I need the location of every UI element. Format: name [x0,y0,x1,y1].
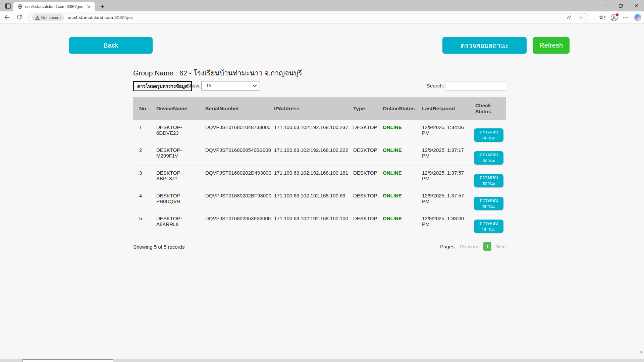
pages-label: Pages: [440,244,456,249]
table-row: 4 DESKTOP- PB0DQVH DQVPJST01680202BF9300… [133,188,506,211]
plus-icon [100,4,105,9]
browser-window: uso4.starcatcloud.com:8080/gns [0,0,644,362]
profile-avatar [610,14,618,21]
next-page-button[interactable]: Next [495,244,506,249]
cell-type: DESKTOP [353,193,383,198]
copilot-button[interactable] [633,13,642,22]
previous-page-button[interactable]: Previous [460,244,479,249]
cell-check-status: ตรวจสอบ สถานะ [475,216,506,233]
cell-check-status: ตรวจสอบ สถานะ [475,124,506,142]
show-entries-value: 15 [206,83,253,88]
cell-no: 1 [139,124,156,130]
cell-online-status: ONLINE [383,124,422,130]
show-entries-select[interactable]: 15 [201,81,260,90]
tab-close-button[interactable] [86,4,92,10]
horizontal-scrollbar-thumb[interactable] [22,359,113,362]
read-aloud-button[interactable]: A) [565,13,573,22]
browser-tab[interactable]: uso4.starcatcloud.com:8080/gns [13,2,95,11]
cell-no: 2 [139,147,156,153]
cell-ip-address: 171.100.63.102:192.168.100.181 [274,170,353,176]
security-badge[interactable]: Not secure [32,14,64,21]
header-ip-address: IPAddress [274,106,353,112]
cell-check-status: ตรวจสอบ สถานะ [475,170,506,187]
show-label: Show: [186,83,201,88]
settings-more-button[interactable] [622,13,630,22]
url-suffix: :8080/gns [113,15,133,20]
cell-type: DESKTOP [353,124,383,130]
browser-back-button[interactable] [2,12,12,22]
cell-ip-address: 171.100.63.102:192.168.100.69 [274,193,353,198]
window-close-button[interactable] [629,0,644,11]
cell-device-name: DESKTOP- M299F1V [156,147,205,159]
back-button[interactable]: Back [69,37,153,54]
cell-type: DESKTOP [353,170,383,176]
cell-serial-number: DQVPJST016801048733000 [205,124,274,130]
download-table-image-button[interactable]: ดาวโหลดรูปตารางข้อมูล [133,81,192,91]
cell-device-name: DESKTOP- PB0DQVH [156,193,205,204]
new-tab-button[interactable] [98,2,107,10]
page-title: Group Name : 62 - โรงเรียนบ้านท่ามะนาว จ… [133,67,302,78]
read-aloud-icon: A) [567,15,571,20]
cell-ip-address: 171.100.63.102:192.168.100.237 [274,124,353,130]
cell-no: 3 [139,170,156,176]
scroll-down-arrow-icon[interactable]: ▼ [640,351,643,354]
row-check-status-button[interactable]: ตรวจสอบ สถานะ [474,128,503,142]
chevron-down-icon [253,84,257,87]
minimize-icon [604,4,607,8]
ellipsis-icon [623,17,629,18]
favorite-this-page-button[interactable]: ☆ [577,13,585,22]
cell-no: 5 [139,216,156,221]
globe-icon [17,4,22,9]
warning-icon [35,16,40,20]
restore-button[interactable] [613,0,629,11]
tab-actions-menu-button[interactable] [3,3,12,9]
window-controls [598,0,644,11]
browser-refresh-button[interactable] [14,12,24,22]
address-bar[interactable]: Not secure uso4.starcatcloud.com:8080/gn… [28,13,588,22]
refresh-button[interactable]: Refresh [533,37,570,54]
tab-title: uso4.starcatcloud.com:8080/gns [25,4,86,9]
cell-type: DESKTOP [353,147,383,153]
close-icon [87,5,91,8]
search-input[interactable] [445,81,506,90]
header-serial-number: SerialNumber [205,106,274,112]
check-status-all-button[interactable]: ตรวจสอบสถานะ [442,37,527,54]
current-page-button[interactable]: 1 [483,242,491,251]
notification-dot [616,13,619,16]
table-body: 1 DESKTOP- 6DDVE23 DQVPJST01680104873300… [133,120,506,234]
tab-actions-icon [5,3,11,9]
cell-ip-address: 171.100.63.102:192.168.100.100 [274,216,353,221]
row-check-status-button[interactable]: ตรวจสอบ สถานะ [474,151,503,165]
minimize-button[interactable] [598,0,613,11]
row-check-status-button[interactable]: ตรวจสอบ สถานะ [474,197,503,210]
back-arrow-icon [4,14,10,20]
restore-icon [619,4,623,8]
favorites-list-icon [599,15,606,20]
row-check-status-button[interactable]: ตรวจสอบ สถานะ [474,220,503,233]
cell-device-name: DESKTOP- A8KRRL6 [156,216,205,227]
cell-serial-number: DQVPJST016802053F33000 [205,216,274,221]
cell-last-respond: 12/9/2025, 1:38:00 PM [422,216,475,227]
cell-check-status: ตรวจสอบ สถานะ [475,193,506,210]
profile-button[interactable] [610,13,619,22]
cell-device-name: DESKTOP- ABPL8JT [156,170,205,181]
header-last-respond: LastRespond [422,106,475,112]
table-header-row: No. DeviceName SerialNumber IPAddress Ty… [133,97,506,120]
records-summary: Showing 5 of 5 records [133,244,184,250]
header-type: Type [353,106,383,112]
favorites-bar-button[interactable] [598,13,607,22]
search-label: Search: [427,83,444,88]
cell-online-status: ONLINE [383,170,422,176]
cell-device-name: DESKTOP- 6DDVE23 [156,124,205,136]
table-row: 2 DESKTOP- M299F1V DQVPJST0168020540B300… [133,143,506,166]
row-check-status-button[interactable]: ตรวจสอบ สถานะ [474,174,503,187]
cell-no: 4 [139,193,156,198]
header-online-status: OnlineStatus [383,106,422,112]
cell-online-status: ONLINE [383,147,422,153]
cell-serial-number: DQVPJST01680202D493000 [205,170,274,176]
security-label: Not secure [41,15,61,20]
horizontal-scrollbar[interactable] [0,359,644,362]
star-icon: ☆ [579,15,583,21]
cell-serial-number: DQVPJST01680202BF93000 [205,193,274,198]
cell-serial-number: DQVPJST0168020540B3000 [205,147,274,153]
